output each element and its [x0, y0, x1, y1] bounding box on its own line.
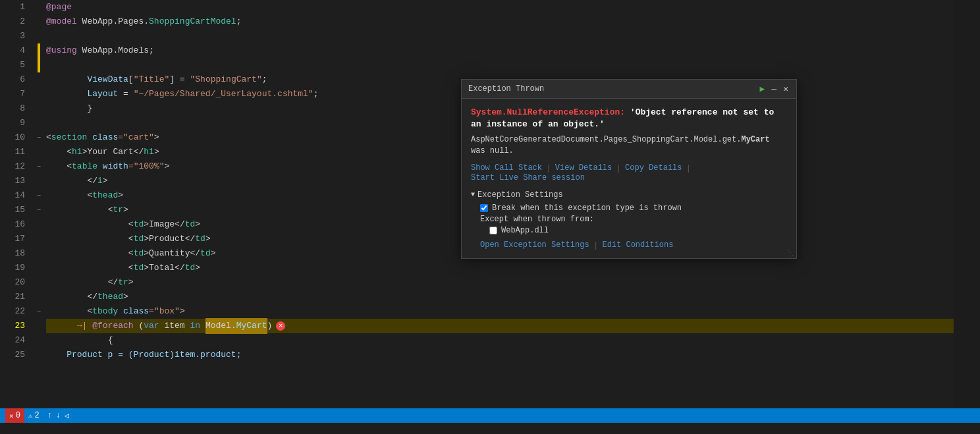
fold-gutter-1: [32, 0, 46, 14]
foreach-space: [200, 319, 205, 333]
foreach-mycart: MyCart: [236, 318, 267, 334]
copy-details-link[interactable]: Copy Details: [625, 163, 682, 173]
status-errors[interactable]: ✕ 0: [5, 408, 24, 423]
continue-icon[interactable]: ▶: [759, 84, 767, 94]
exception-detail: AspNetCoreGeneratedDocument.Pages_Shoppi…: [471, 134, 787, 157]
token: [118, 304, 123, 319]
resize-handle[interactable]: ⋱: [787, 249, 794, 257]
line-number-14: 14: [5, 188, 25, 203]
left-arrow[interactable]: ◁: [65, 411, 69, 421]
edit-conditions-link[interactable]: Edit Conditions: [602, 240, 673, 250]
token: <: [67, 159, 72, 174]
code-line-3[interactable]: [46, 29, 954, 43]
show-call-stack-link[interactable]: Show Call Stack: [471, 163, 542, 173]
fold-gutter-8: [32, 101, 46, 116]
fold-btn-12[interactable]: −: [37, 163, 41, 171]
code-line-25[interactable]: Product p = (Product)item.product;: [46, 348, 954, 362]
token: <: [128, 261, 134, 275]
token: h1: [144, 145, 154, 159]
down-arrow[interactable]: ↓: [56, 411, 61, 420]
detail-bold: MyCart: [741, 135, 769, 144]
token: td: [134, 232, 144, 246]
token: Layout: [87, 87, 118, 101]
exception-type: System.NullReferenceException:: [471, 107, 625, 117]
token: >: [195, 261, 200, 275]
token: <: [108, 203, 113, 217]
token: tbody: [92, 304, 118, 319]
fold-gutter-3: [32, 29, 46, 43]
token: <: [128, 217, 134, 232]
webapp-dll-checkbox[interactable]: [489, 227, 497, 234]
line-number-17: 17: [5, 232, 25, 246]
line-number-11: 11: [5, 145, 25, 159]
editor-container: 1234567891011121314151617181920212223242…: [0, 0, 980, 408]
error-count: 0: [16, 411, 20, 420]
break-when-thrown-checkbox[interactable]: [480, 204, 488, 212]
fold-gutter-16: [32, 217, 46, 232]
token: ;: [313, 87, 319, 101]
open-exception-settings-link[interactable]: Open Exception Settings: [480, 240, 589, 250]
fold-gutter-19: [32, 261, 46, 275]
fold-gutter-5: [32, 58, 46, 72]
code-line-2[interactable]: @model WebApp.Pages.ShoppingCartModel;: [46, 14, 954, 29]
code-line-5[interactable]: [46, 58, 954, 72]
view-details-link[interactable]: View Details: [555, 163, 612, 173]
token: @page: [46, 0, 72, 14]
fold-btn-10[interactable]: −: [37, 134, 41, 142]
status-warnings[interactable]: ⚠ 2: [24, 408, 43, 423]
token: "ShoppingCart": [190, 72, 261, 87]
token: >: [118, 188, 123, 203]
close-icon[interactable]: ✕: [782, 84, 790, 94]
fold-gutter-13: [32, 174, 46, 188]
fold-btn-22[interactable]: −: [37, 308, 41, 315]
token: i: [97, 174, 103, 188]
code-line-24[interactable]: {: [46, 333, 954, 348]
line-number-6: 6: [5, 72, 25, 87]
token: Product p = (Product)item.product;: [46, 348, 241, 362]
line-number-22: 22: [5, 304, 25, 319]
status-bar: ✕ 0 ⚠ 2 ↑ ↓ ◁: [0, 408, 980, 423]
token: td: [134, 246, 144, 261]
in-kw: in: [190, 319, 200, 333]
fold-btn-14[interactable]: −: [37, 192, 41, 200]
code-line-22[interactable]: <tbody class="box">: [46, 304, 954, 319]
token: ShoppingCartModel: [149, 14, 236, 29]
fold-btn-15[interactable]: −: [37, 207, 41, 214]
line-number-7: 7: [5, 87, 25, 101]
webapp-dll-label: WebApp.dll: [501, 226, 549, 235]
token: >: [164, 159, 169, 174]
status-nav: ↑ ↓ ◁: [47, 411, 70, 421]
live-share-link[interactable]: Start Live Share session: [471, 173, 585, 182]
token: [97, 159, 103, 174]
sep3: |: [686, 163, 692, 173]
code-line-4[interactable]: @using WebApp.Models;: [46, 43, 954, 58]
token: >: [144, 232, 149, 246]
popup-header-icons: ▶ ‒ ✕: [759, 84, 790, 94]
collapse-triangle[interactable]: ▼: [471, 191, 475, 198]
token: Your Cart: [87, 145, 133, 159]
fold-gutter-20: [32, 275, 46, 290]
fold-gutter-12: −: [32, 159, 46, 174]
line-number-15: 15: [5, 203, 25, 217]
token: >: [128, 275, 134, 290]
token: Product: [149, 232, 185, 246]
token: width: [103, 159, 128, 174]
sep2: |: [616, 163, 621, 173]
token: thead: [97, 290, 123, 304]
token: >: [123, 290, 128, 304]
token: ;: [262, 72, 267, 87]
token: tr: [118, 275, 128, 290]
exception-popup: Exception Thrown ▶ ‒ ✕ System.NullRefere…: [461, 79, 797, 259]
up-arrow[interactable]: ↑: [47, 411, 52, 420]
code-line-19[interactable]: <td>Total</td>: [46, 261, 954, 275]
foreach-model: Model.: [205, 318, 236, 334]
error-circle: ✕: [276, 321, 285, 331]
code-line-1[interactable]: @page: [46, 0, 954, 14]
code-line-21[interactable]: </thead>: [46, 290, 954, 304]
code-line-23[interactable]: →| @foreach (var item in Model.MyCart)✕: [46, 319, 954, 333]
token: Image: [149, 217, 175, 232]
code-line-20[interactable]: </tr>: [46, 275, 954, 290]
detail-pre: AspNetCoreGeneratedDocument.Pages_Shoppi…: [471, 135, 741, 144]
line-number-5: 5: [5, 58, 25, 72]
minimize-icon[interactable]: ‒: [770, 84, 778, 94]
